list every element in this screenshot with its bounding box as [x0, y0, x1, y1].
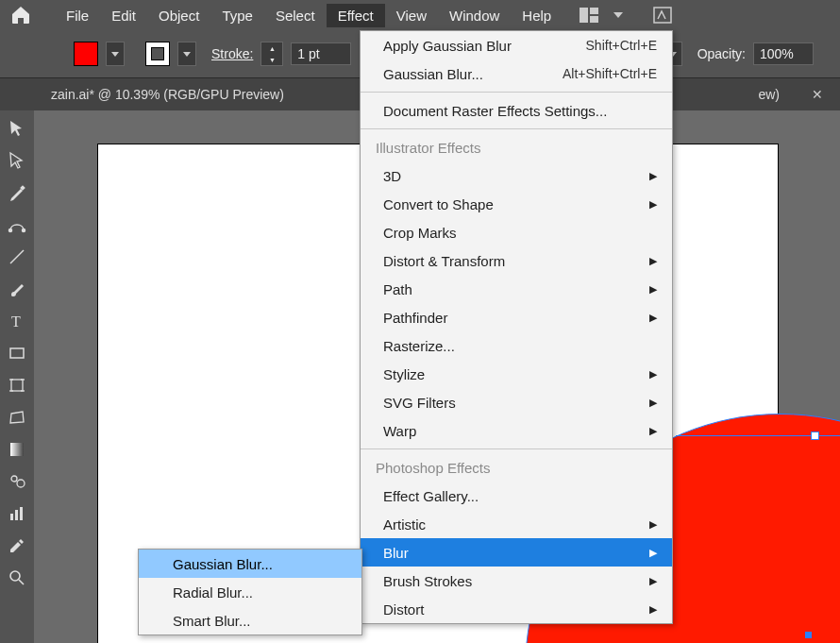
shape-tool[interactable] [5, 341, 29, 365]
submenu-arrow-icon: ▶ [649, 518, 657, 531]
stroke-value-field[interactable]: 1 pt [291, 42, 351, 65]
document-tab-right-suffix: ew) [758, 87, 780, 102]
menu-item-label: Rasterize... [383, 338, 455, 354]
blur-submenu: Gaussian Blur...Radial Blur...Smart Blur… [138, 549, 362, 635]
opacity-value-field[interactable]: 100% [753, 42, 814, 65]
submenu-blur-gaussian-blur[interactable]: Gaussian Blur... [139, 550, 361, 578]
menu-view[interactable]: View [385, 4, 438, 27]
selection-handle[interactable] [811, 431, 819, 440]
menu-illustrator-rasterize[interactable]: Rasterize... [361, 331, 672, 360]
menu-illustrator-warp[interactable]: Warp▶ [361, 416, 672, 445]
curvature-tool[interactable] [5, 212, 29, 237]
stroke-label: Stroke: [211, 46, 253, 61]
submenu-blur-radial-blur[interactable]: Radial Blur... [139, 578, 361, 606]
menu-item-label: Brush Strokes [383, 573, 472, 589]
artboard-tool[interactable] [5, 373, 29, 398]
menu-photoshop-brush-strokes[interactable]: Brush Strokes▶ [361, 567, 672, 595]
menu-illustrator-stylize[interactable]: Stylize▶ [361, 360, 672, 388]
svg-point-6 [23, 229, 25, 232]
svg-rect-10 [11, 380, 23, 391]
submenu-arrow-icon: ▶ [649, 547, 657, 559]
stroke-stepper[interactable]: ▲▼ [260, 42, 283, 66]
menu-effect[interactable]: Effect [327, 4, 385, 27]
document-tab-right[interactable]: ew) ✕ [741, 78, 840, 110]
svg-line-22 [19, 580, 24, 584]
menu-illustrator-path[interactable]: Path▶ [361, 275, 672, 303]
submenu-arrow-icon: ▶ [649, 170, 657, 182]
menu-item-label: Crop Marks [383, 225, 457, 241]
menu-item-label: Distort & Transform [383, 253, 505, 269]
graph-tool[interactable] [5, 501, 29, 526]
submenu-arrow-icon: ▶ [649, 425, 657, 437]
menu-item-label: Gaussian Blur... [173, 556, 273, 572]
menu-item-shortcut: Shift+Ctrl+E [586, 38, 657, 53]
menu-file[interactable]: File [55, 4, 100, 27]
menubar: File Edit Object Type Select Effect View… [0, 0, 840, 30]
menu-illustrator-svg-filters[interactable]: SVG Filters▶ [361, 388, 672, 416]
svg-text:T: T [11, 313, 21, 330]
menu-select[interactable]: Select [264, 4, 327, 27]
svg-rect-20 [20, 507, 23, 520]
menu-illustrator-pathfinder[interactable]: Pathfinder▶ [361, 303, 672, 331]
direct-selection-tool[interactable] [5, 148, 29, 173]
submenu-arrow-icon: ▶ [649, 312, 657, 324]
menu-window[interactable]: Window [438, 4, 511, 27]
line-tool[interactable] [5, 245, 29, 269]
menu-item-shortcut: Alt+Shift+Ctrl+E [563, 66, 657, 81]
selection-tool[interactable] [5, 116, 29, 141]
document-tab-title: zain.ai* @ 10.39% (RGB/GPU Preview) [51, 87, 284, 102]
toolbar: T [0, 110, 34, 643]
fill-dropdown[interactable] [106, 42, 125, 66]
menu-item-label: Apply Gaussian Blur [383, 38, 512, 54]
menu-edit[interactable]: Edit [100, 4, 147, 27]
stroke-dropdown[interactable] [177, 42, 196, 66]
submenu-arrow-icon: ▶ [649, 198, 657, 211]
menu-apply-last[interactable]: Apply Gaussian Blur Shift+Ctrl+E [361, 31, 672, 59]
free-transform-tool[interactable] [5, 405, 29, 430]
text-tool[interactable]: T [5, 309, 29, 333]
fill-swatch[interactable] [74, 42, 98, 66]
pen-tool[interactable] [5, 180, 29, 205]
anchor-point[interactable] [805, 632, 812, 638]
zoom-tool[interactable] [5, 566, 29, 590]
eyedropper-tool[interactable] [5, 533, 29, 558]
svg-rect-3 [654, 8, 671, 23]
home-icon[interactable] [9, 4, 32, 26]
menu-photoshop-artistic[interactable]: Artistic▶ [361, 510, 672, 538]
menu-item-label: 3D [383, 168, 401, 184]
brush-tool[interactable] [5, 277, 29, 301]
menu-item-label: Effect Gallery... [383, 488, 479, 504]
menu-photoshop-distort[interactable]: Distort▶ [361, 595, 672, 623]
submenu-blur-smart-blur[interactable]: Smart Blur... [139, 606, 361, 635]
menu-last-effect[interactable]: Gaussian Blur... Alt+Shift+Ctrl+E [361, 59, 672, 88]
menu-object[interactable]: Object [147, 4, 210, 27]
arrange-documents-icon[interactable] [576, 4, 602, 26]
svg-rect-1 [590, 8, 598, 14]
opacity-label: Opacity: [697, 46, 746, 61]
menu-raster-settings[interactable]: Document Raster Effects Settings... [361, 96, 672, 125]
opacity-value: 100% [760, 46, 794, 61]
menu-photoshop-effect-gallery[interactable]: Effect Gallery... [361, 482, 672, 510]
gradient-tool[interactable] [5, 437, 29, 462]
menu-header-label: Illustrator Effects [376, 140, 480, 156]
menu-illustrator-crop-marks[interactable]: Crop Marks [361, 218, 672, 246]
symbol-tool[interactable] [5, 469, 29, 494]
stroke-swatch[interactable] [145, 42, 170, 66]
menu-item-label: Artistic [383, 516, 426, 533]
svg-point-17 [17, 480, 25, 487]
menu-illustrator-distort-transform[interactable]: Distort & Transform▶ [361, 246, 672, 275]
menu-item-label: Distort [383, 601, 424, 618]
menu-illustrator-convert-to-shape[interactable]: Convert to Shape▶ [361, 190, 672, 218]
menu-separator [361, 448, 672, 449]
menu-item-label: Convert to Shape [383, 196, 494, 212]
menu-photoshop-blur[interactable]: Blur▶ [361, 538, 672, 567]
menu-help[interactable]: Help [511, 4, 563, 27]
document-tab[interactable]: zain.ai* @ 10.39% (RGB/GPU Preview) [34, 78, 301, 110]
svg-rect-0 [580, 8, 588, 23]
chevron-down-icon[interactable] [612, 4, 625, 26]
close-icon[interactable]: ✕ [812, 87, 823, 102]
menu-item-label: Warp [383, 423, 416, 439]
menu-type[interactable]: Type [210, 4, 264, 27]
menu-illustrator-3d[interactable]: 3D▶ [361, 161, 672, 190]
gpu-icon[interactable] [649, 4, 676, 26]
